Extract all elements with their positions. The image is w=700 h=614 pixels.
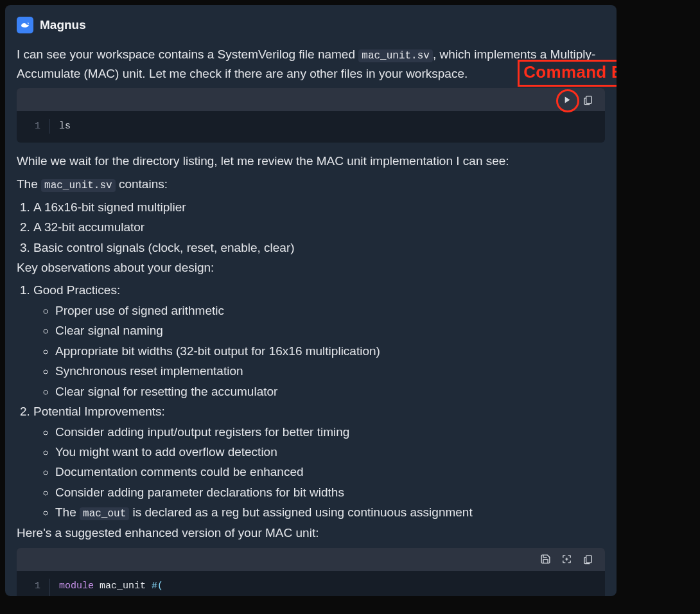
code-text: ls (50, 119, 71, 134)
list-item: Synchronous reset implementation (55, 362, 605, 380)
insert-icon (561, 554, 572, 565)
list-item: You might want to add overflow detection (55, 443, 605, 461)
save-button[interactable] (540, 554, 551, 565)
code-line: 1module mac_unit #( (17, 579, 605, 593)
observations-list: Good Practices: Proper use of signed ari… (17, 281, 605, 522)
contains-file: mac_unit.sv (41, 179, 116, 192)
clipboard-icon (582, 554, 593, 565)
list-item: Appropriate bit widths (32-bit output fo… (55, 342, 605, 360)
annotation-command-execution: Command Execution (518, 60, 617, 87)
command-code-block: 1 ls (17, 88, 605, 143)
suggest-paragraph: Here's a suggested enhanced version of y… (17, 523, 605, 542)
good-practices-item: Good Practices: Proper use of signed ari… (33, 281, 605, 401)
list-item: A 32-bit accumulator (33, 218, 605, 236)
good-practices-sublist: Proper use of signed arithmetic Clear si… (33, 301, 605, 401)
intro-filename: mac_unit.sv (358, 49, 433, 62)
list-item: Proper use of signed arithmetic (55, 301, 605, 320)
run-button[interactable] (561, 94, 572, 105)
improvements-item: Potential Improvements: Consider adding … (33, 402, 605, 522)
list-item: Consider adding parameter declarations f… (55, 483, 605, 502)
clipboard-icon (582, 94, 593, 105)
list-item: Clear signal for resetting the accumulat… (55, 382, 605, 401)
contains-pre: The (17, 177, 41, 191)
intro-paragraph: I can see your workspace contains a Syst… (17, 45, 605, 83)
save-icon (540, 554, 551, 565)
line-number: 2 (17, 593, 50, 596)
list-item: Consider adding input/output registers f… (55, 423, 605, 441)
agent-name: Magnus (40, 18, 86, 32)
verilog-body: 1module mac_unit #(2 parameter INPUT_WID… (17, 571, 605, 596)
list-item: The mac_out is declared as a reg but ass… (55, 503, 605, 522)
code-line: 1 ls (17, 119, 605, 134)
macout-pre: The (55, 505, 80, 519)
insert-button[interactable] (561, 554, 572, 565)
verilog-toolbar (17, 548, 605, 571)
svg-rect-0 (586, 96, 592, 103)
code-text: parameter INPUT_WIDTH = 16, (50, 593, 238, 596)
whale-icon (19, 19, 31, 31)
code-text: module mac_unit #( (50, 579, 163, 593)
agent-avatar (17, 17, 33, 33)
command-body: 1 ls (17, 111, 605, 143)
list-item: Documentation comments could be enhanced (55, 462, 605, 481)
list-item: A 16x16-bit signed multiplier (33, 198, 605, 216)
list-item: Basic control signals (clock, reset, ena… (33, 238, 605, 257)
svg-rect-1 (586, 556, 592, 563)
copy-button[interactable] (582, 94, 593, 105)
chat-message-panel: Magnus Command Execution I can see your … (5, 5, 617, 596)
contains-paragraph: The mac_unit.sv contains: (17, 175, 605, 194)
play-icon (561, 94, 572, 105)
copy-button-2[interactable] (582, 554, 593, 565)
line-number: 1 (17, 579, 50, 593)
verilog-code-block: 1module mac_unit #(2 parameter INPUT_WID… (17, 548, 605, 596)
macout-post: is declared as a reg but assigned using … (129, 505, 472, 519)
improvements-sublist: Consider adding input/output registers f… (33, 423, 605, 523)
intro-pre: I can see your workspace contains a Syst… (17, 48, 358, 61)
contains-list: A 16x16-bit signed multiplier A 32-bit a… (17, 198, 605, 257)
macout-code: mac_out (80, 507, 129, 520)
contains-post: contains: (116, 177, 168, 191)
line-number: 1 (17, 119, 50, 134)
command-toolbar (17, 88, 605, 111)
code-line: 2 parameter INPUT_WIDTH = 16, (17, 593, 605, 596)
message-header: Magnus (17, 17, 605, 33)
improvements-label: Potential Improvements: (33, 405, 165, 418)
key-observations: Key observations about your design: (17, 258, 605, 277)
wait-paragraph: While we wait for the directory listing,… (17, 152, 605, 170)
good-practices-label: Good Practices: (33, 283, 120, 297)
list-item: Clear signal naming (55, 321, 605, 340)
